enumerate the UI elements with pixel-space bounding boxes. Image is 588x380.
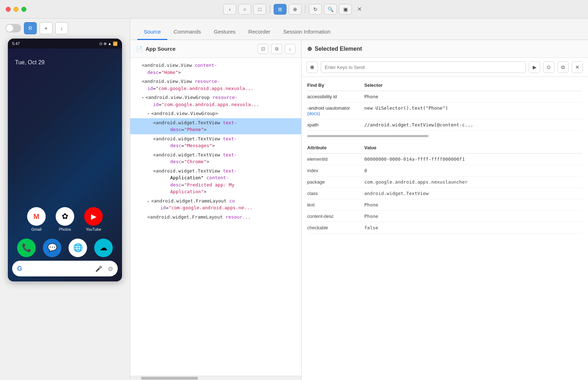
tab-gestures[interactable]: Gestures [207, 25, 242, 40]
package-attr: package [307, 176, 364, 188]
selectors-section: Find By Selector accessibility id Phone [301, 77, 588, 134]
window-button[interactable]: □ [253, 4, 266, 15]
tree-item-view-home[interactable]: <android.view.View content- desc="Home"> [130, 61, 301, 77]
tree-item-viewgroup-2[interactable]: ▾<android.view.ViewGroup> [130, 109, 301, 118]
tree-item-textview-chrome[interactable]: <android.widget.TextView text- desc="Chr… [130, 150, 301, 166]
tree-item-textview-app[interactable]: <android.widget.TextView text- Applicati… [130, 166, 301, 196]
inspector-panel: Source Commands Gestures Recorder Sessio… [130, 19, 588, 380]
locate-element-button[interactable]: ⊕ [306, 61, 318, 73]
source-copy-button[interactable]: ⧉ [271, 44, 282, 54]
refresh-button[interactable]: ↻ [309, 4, 322, 15]
close-button[interactable]: ✕ [354, 4, 365, 15]
attr-row-text: text Phone [307, 199, 582, 211]
attr-row-elementid: elementId 00000000-0000-014a-ffff-ffff00… [307, 154, 582, 165]
content-desc-value: Phone [364, 211, 582, 222]
uiautomator-label: -android uiautomator (docs) [307, 102, 364, 119]
android-device: 5:47 ⊙ ⊕ ▲ 📶 Tue, Oct 29 M Gmail ✿ [8, 39, 122, 281]
tree-item-view-resource[interactable]: <android.view.View resource- id="com.goo… [130, 77, 301, 93]
app-grid: M Gmail ✿ Photos ▶ YouTube [27, 207, 103, 231]
messages-dock-icon[interactable]: 💬 [43, 239, 61, 257]
grid-button[interactable]: ⊞ [274, 4, 287, 15]
xpath-scrollbar[interactable] [307, 135, 429, 137]
attr-row-content-desc: content-desc Phone [307, 211, 582, 222]
tab-session-info[interactable]: Session Information [277, 25, 337, 40]
checkable-value: false [364, 222, 582, 234]
youtube-label: YouTube [86, 227, 101, 231]
uiautomator-value: new UiSelector().text("Phone") [364, 102, 582, 119]
source-actions: ⊡ ⧉ ↓ [258, 44, 295, 54]
attr-row-checkable: checkable false [307, 222, 582, 234]
tap-element-button[interactable]: ⊙ [543, 61, 554, 73]
phone-dock-icon[interactable]: 📞 [17, 239, 36, 257]
source-download-button[interactable]: ↓ [285, 44, 295, 54]
selector-row-accessibility: accessibility id Phone [307, 91, 582, 102]
minimize-traffic-light[interactable] [14, 7, 19, 12]
globe-button[interactable]: ⊕ [289, 4, 301, 15]
google-search-bar[interactable]: G 🎤 ⊙ [12, 261, 118, 276]
device-date: Tue, Oct 29 [15, 59, 45, 66]
device-panel: R + ↓ 5:47 ⊙ ⊕ ▲ 📶 Tue, Oct 29 M Gmail [0, 19, 130, 380]
toolbar-separator [270, 5, 270, 14]
fullscreen-traffic-light[interactable] [21, 7, 26, 12]
back-button[interactable]: ‹ [223, 4, 236, 15]
panel-body: 📄 App Source ⊡ ⧉ ↓ <android.view.View co… [130, 40, 588, 380]
selected-element-header: ⊕ Selected Element [301, 40, 588, 58]
copy-selector-button[interactable]: ⧉ [557, 61, 569, 73]
voice-search-icon[interactable]: 🎤 [95, 265, 102, 272]
weather-dock-icon[interactable]: ☁ [94, 239, 113, 257]
clear-element-button[interactable]: ✕ [572, 61, 583, 73]
xpath-label: xpath [307, 119, 364, 131]
cast-button[interactable]: ▣ [339, 4, 352, 15]
tree-item-viewgroup-1[interactable]: ▾<android.view.ViewGroup resource- id="c… [130, 93, 301, 109]
inspect-tool-button[interactable]: R [24, 22, 37, 34]
close-traffic-light[interactable] [6, 7, 11, 12]
dock-row: 📞 💬 🌐 ☁ [17, 239, 113, 257]
selector-header: Selector [364, 81, 582, 91]
stop-button[interactable]: ○ [238, 4, 251, 15]
titlebar: ‹ ○ □ ⊞ ⊕ ↻ 🔍 ▣ ✕ [0, 0, 588, 19]
chrome-dock-icon[interactable]: 🌐 [69, 239, 87, 257]
add-tool-button[interactable]: + [40, 22, 52, 34]
status-time: 5:47 [12, 41, 20, 46]
find-by-header: Find By [307, 81, 364, 91]
android-screen[interactable]: Tue, Oct 29 M Gmail ✿ Photos [8, 49, 122, 281]
youtube-app[interactable]: ▶ YouTube [84, 207, 103, 231]
toolbar-center: ‹ ○ □ ⊞ ⊕ ↻ 🔍 ▣ ✕ [223, 4, 365, 15]
tab-source[interactable]: Source [137, 25, 167, 40]
checkable-attr: checkable [307, 222, 364, 234]
selected-title-text: Selected Element [315, 46, 362, 52]
selectors-table: Find By Selector accessibility id Phone [307, 81, 582, 131]
tab-commands[interactable]: Commands [167, 25, 208, 40]
toggle-switch[interactable] [5, 24, 21, 32]
toolbar-separator-2 [305, 5, 305, 14]
device-toolbar: R + ↓ [4, 22, 126, 34]
photos-app[interactable]: ✿ Photos [56, 207, 74, 231]
tree-item-textview-messages[interactable]: <android.widget.TextView text- desc="Mes… [130, 134, 301, 150]
search-button[interactable]: 🔍 [324, 4, 337, 15]
uiautomator-docs-link[interactable]: (docs) [307, 111, 320, 116]
attr-row-class: class android.widget.TextView [307, 188, 582, 199]
tree-item-textview-phone[interactable]: <android.widget.TextView text- desc="Pho… [130, 118, 301, 134]
lens-search-icon[interactable]: ⊙ [108, 265, 113, 272]
value-header: Value [364, 143, 582, 154]
tree-item-framelayout-2[interactable]: <android.widget.FrameLayout resour... [130, 212, 301, 222]
source-header: 📄 App Source ⊡ ⧉ ↓ [130, 40, 301, 58]
tab-recorder[interactable]: Recorder [242, 25, 277, 40]
tree-item-framelayout-1[interactable]: ▸<android.widget.FrameLayout co id="com.… [130, 196, 301, 212]
gmail-label: Gmail [31, 227, 42, 231]
status-icons: ⊙ ⊕ ▲ 📶 [99, 41, 118, 46]
send-keys-button[interactable]: ▶ [529, 61, 540, 73]
keys-to-send-input[interactable] [321, 61, 526, 73]
photos-label: Photos [59, 227, 71, 231]
attribute-header: Attribute [307, 143, 364, 154]
source-scrollbar-bottom[interactable] [130, 376, 301, 380]
scrollbar-thumb[interactable] [141, 377, 198, 380]
source-expand-button[interactable]: ⊡ [258, 44, 268, 54]
gmail-icon: M [27, 207, 46, 226]
index-value: 0 [364, 165, 582, 176]
gmail-app[interactable]: M Gmail [27, 207, 46, 231]
text-attr: text [307, 199, 364, 211]
text-value: Phone [364, 199, 582, 211]
download-tool-button[interactable]: ↓ [55, 22, 68, 34]
source-tree: <android.view.View content- desc="Home">… [130, 58, 301, 376]
